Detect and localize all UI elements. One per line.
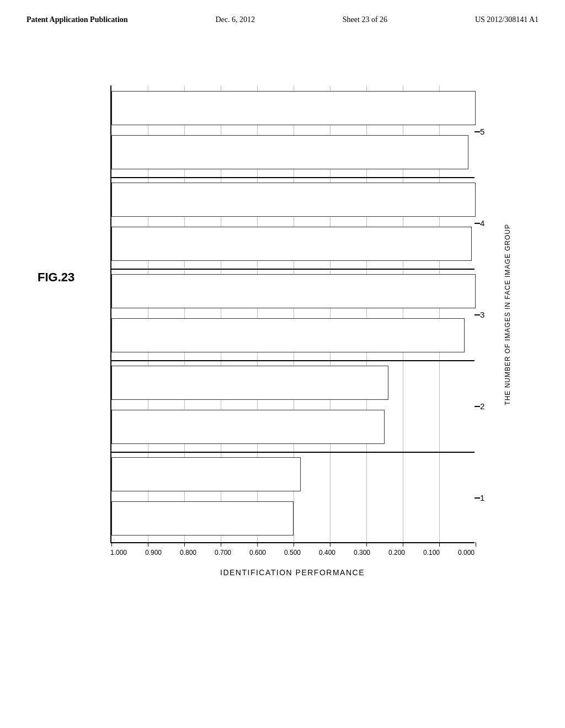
y-tick-2 bbox=[475, 406, 480, 407]
tick-07 bbox=[221, 542, 221, 547]
y-tick-1 bbox=[475, 497, 480, 499]
y-label-2: 2 bbox=[480, 402, 484, 411]
tick-00 bbox=[476, 542, 476, 547]
chart-area: 1.000 0.900 0.800 0.700 0.600 0.500 0.40… bbox=[77, 85, 497, 582]
x-label-06: 0.600 bbox=[249, 549, 266, 556]
group-sep-45 bbox=[111, 177, 475, 178]
publication-label: Patent Application Publication bbox=[26, 15, 128, 24]
tick-02 bbox=[403, 542, 403, 547]
tick-04 bbox=[330, 542, 331, 547]
bar-2-2 bbox=[111, 410, 385, 444]
bar-5-1 bbox=[111, 91, 476, 125]
x-label-03: 0.300 bbox=[354, 549, 370, 556]
bar-1-2 bbox=[111, 501, 294, 536]
bar-3-2 bbox=[111, 318, 465, 352]
tick-09 bbox=[148, 542, 148, 547]
x-label-10: 1.000 bbox=[110, 549, 127, 556]
x-label-04: 0.400 bbox=[319, 549, 335, 556]
date-label: Dec. 6, 2012 bbox=[215, 15, 255, 24]
x-label-08: 0.800 bbox=[180, 549, 196, 556]
bar-2-1 bbox=[111, 366, 388, 400]
x-axis-labels: 1.000 0.900 0.800 0.700 0.600 0.500 0.40… bbox=[110, 549, 475, 556]
group-sep-23 bbox=[111, 360, 475, 361]
y-label-5: 5 bbox=[480, 127, 484, 136]
x-label-00: 0.000 bbox=[458, 549, 475, 556]
y-tick-3 bbox=[475, 314, 480, 315]
x-label-05: 0.500 bbox=[284, 549, 301, 556]
x-label-07: 0.700 bbox=[215, 549, 231, 556]
bar-4-2 bbox=[111, 227, 472, 261]
x-axis-title: IDENTIFICATION PERFORMANCE bbox=[110, 568, 475, 577]
x-label-02: 0.200 bbox=[388, 549, 405, 556]
y-tick-5 bbox=[475, 131, 480, 132]
y-label-1: 1 bbox=[480, 493, 484, 502]
tick-06 bbox=[257, 542, 258, 547]
y-label-4: 4 bbox=[480, 218, 484, 228]
tick-10 bbox=[111, 542, 112, 547]
bar-5-2 bbox=[111, 135, 468, 169]
tick-03 bbox=[366, 542, 367, 547]
x-label-01: 0.100 bbox=[423, 549, 440, 556]
tick-01 bbox=[439, 542, 440, 547]
bar-1-1 bbox=[111, 457, 301, 491]
y-tick-4 bbox=[475, 223, 480, 224]
group-sep-34 bbox=[111, 269, 475, 270]
tick-05 bbox=[294, 542, 294, 547]
figure-label: FIG.23 bbox=[38, 270, 74, 285]
bar-3-1 bbox=[111, 274, 476, 308]
y-axis-title: THE NUMBER OF IMAGES IN FACE IMAGE GROUP bbox=[504, 224, 511, 405]
bars-container bbox=[110, 85, 475, 543]
sheet-label: Sheet 23 of 26 bbox=[343, 15, 387, 24]
tick-08 bbox=[184, 542, 185, 547]
y-label-3: 3 bbox=[480, 310, 484, 319]
x-label-09: 0.900 bbox=[145, 549, 162, 556]
patent-number-label: US 2012/308141 A1 bbox=[475, 15, 539, 24]
group-sep-12 bbox=[111, 452, 475, 453]
bar-4-1 bbox=[111, 183, 476, 217]
